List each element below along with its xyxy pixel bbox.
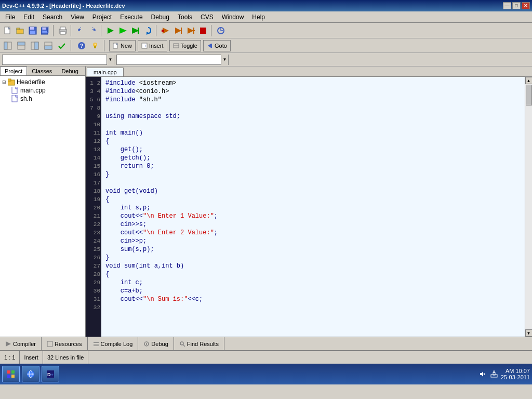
code-content[interactable]: #include <iostream> #include<conio.h> #i… [101, 77, 525, 337]
tips-btn[interactable] [89, 40, 101, 51]
menu-debug[interactable]: Debug [147, 12, 174, 22]
print-btn[interactable] [57, 25, 69, 36]
menu-search[interactable]: Search [38, 12, 66, 22]
menu-file[interactable]: File [1, 12, 19, 22]
tab-debug[interactable]: Debug [57, 66, 83, 75]
layout2-btn[interactable] [16, 40, 27, 51]
svg-rect-55 [94, 342, 99, 343]
compiler-icon [5, 341, 11, 347]
code-editor[interactable]: 1 2 3 4 5 6 7 8 9 10 11 12 13 14 15 16 1… [86, 77, 532, 337]
menu-window[interactable]: Window [218, 12, 248, 22]
save-all-btn[interactable] [39, 25, 51, 36]
menu-execute[interactable]: Execute [116, 12, 147, 22]
save-btn[interactable] [27, 25, 38, 36]
sep3 [101, 25, 103, 36]
tab-project[interactable]: Project [0, 66, 27, 75]
search-combo-right[interactable]: ▼ [116, 55, 229, 65]
new-file-btn[interactable] [2, 25, 14, 36]
insert-button[interactable]: + Insert [138, 40, 167, 51]
compile-log-icon [93, 341, 99, 347]
taskbar-browser-btn[interactable] [22, 366, 39, 382]
step-into-btn[interactable] [185, 25, 196, 36]
search-dropdown-arrow[interactable]: ▼ [107, 55, 114, 65]
main-content: Project Classes Debug ⊟ Headerfile main.… [0, 66, 532, 337]
layout4-btn[interactable] [43, 40, 54, 51]
menu-tools[interactable]: Tools [174, 12, 196, 22]
rebuild-btn[interactable] [142, 25, 154, 36]
project-icon [8, 78, 15, 86]
layout1-btn[interactable] [2, 40, 14, 51]
close-button[interactable]: ✕ [522, 2, 530, 9]
svg-marker-53 [6, 341, 11, 347]
stop-debug-btn[interactable] [197, 25, 209, 36]
scroll-thumb[interactable] [526, 85, 532, 105]
start-button[interactable] [2, 366, 20, 382]
compile-run-btn[interactable] [130, 25, 141, 36]
layout3-btn[interactable] [29, 40, 41, 51]
maximize-button[interactable]: □ [512, 2, 521, 9]
run-btn[interactable] [117, 25, 129, 36]
new-button[interactable]: New [109, 40, 136, 51]
toggle-button[interactable]: Toggle [169, 40, 201, 51]
svg-point-41 [95, 44, 96, 45]
scroll-up[interactable]: ▲ [525, 77, 533, 84]
tray-network[interactable] [489, 369, 499, 379]
search-dropdown-arrow2[interactable]: ▼ [221, 55, 228, 65]
compile-btn[interactable] [105, 25, 116, 36]
bottom-tab-debug[interactable]: Debug [138, 337, 174, 350]
checkmark-btn[interactable] [56, 40, 68, 51]
menu-project[interactable]: Project [88, 12, 116, 22]
editor-scrollbar[interactable]: ▲ ▼ [525, 77, 532, 337]
next-line-btn[interactable] [172, 25, 184, 36]
svg-rect-16 [138, 28, 139, 34]
volume-icon [479, 370, 486, 378]
help-btn[interactable]: ? [76, 40, 87, 51]
search-input2[interactable] [117, 55, 221, 64]
tab-classes[interactable]: Classes [27, 66, 57, 75]
sep5 [211, 25, 213, 36]
tree-item-main[interactable]: main.cpp [2, 86, 83, 95]
search-combo-left[interactable]: ▼ [2, 55, 114, 65]
menu-edit[interactable]: Edit [19, 12, 38, 22]
tree-item-sh[interactable]: sh.h [2, 95, 83, 103]
debug-run-btn[interactable] [160, 25, 171, 36]
svg-line-61 [183, 344, 185, 347]
editor-tabs: main.cpp [86, 66, 532, 77]
bottom-tab-compiler[interactable]: Compiler [0, 337, 42, 350]
editor-tab-main[interactable]: main.cpp [87, 68, 124, 76]
file-tree: ⊟ Headerfile main.cpp sh.h [0, 76, 85, 337]
sep6 [71, 40, 73, 51]
search-input[interactable] [3, 55, 107, 64]
profile-btn[interactable] [215, 25, 227, 36]
devcpp-icon: D + + [46, 370, 55, 378]
scroll-track[interactable] [525, 84, 533, 329]
taskbar-devcpp-btn[interactable]: D + + [42, 366, 59, 382]
minimize-button[interactable]: — [503, 2, 511, 9]
svg-rect-30 [4, 42, 7, 49]
menu-cvs[interactable]: CVS [196, 12, 218, 22]
network-icon [490, 370, 498, 378]
redo-btn[interactable] [87, 25, 99, 36]
browser-icon [26, 370, 35, 378]
scroll-down[interactable]: ▼ [525, 329, 533, 337]
left-panel-tabs: Project Classes Debug [0, 66, 85, 76]
undo-btn[interactable] [75, 25, 86, 36]
file-main-label: main.cpp [20, 87, 46, 94]
sep7 [104, 40, 106, 51]
searchbar: ▼ ▼ [0, 53, 532, 66]
menubar: File Edit Search View Project Execute De… [0, 11, 532, 23]
bottom-tab-compile-log[interactable]: Compile Log [88, 337, 139, 350]
bottom-tab-resources[interactable]: Resources [42, 337, 88, 350]
svg-rect-4 [30, 27, 34, 30]
svg-rect-76 [494, 371, 495, 373]
menu-help[interactable]: Help [248, 12, 269, 22]
goto-button[interactable]: Goto [203, 40, 231, 51]
open-btn[interactable] [15, 25, 26, 36]
menu-view[interactable]: View [66, 12, 88, 22]
tray-volume[interactable] [478, 369, 487, 379]
clock: AM 10:07 25-03-2011 [501, 368, 530, 380]
svg-rect-62 [7, 370, 10, 374]
tree-root[interactable]: ⊟ Headerfile [2, 78, 83, 86]
svg-rect-64 [7, 375, 10, 378]
bottom-tab-find-results[interactable]: Find Results [174, 337, 224, 350]
